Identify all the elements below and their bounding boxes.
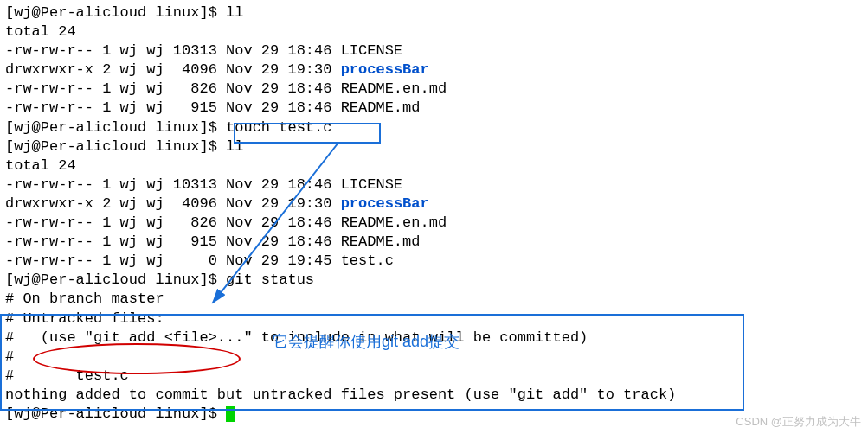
dir-name: processBar [341, 61, 429, 78]
total-line: total 24 [5, 156, 863, 176]
prompt-line: [wj@Per-alicloud linux]$ ll [5, 137, 863, 156]
prompt: [wj@Per-alicloud linux]$ [5, 405, 226, 422]
prompt: [wj@Per-alicloud linux]$ [5, 4, 226, 21]
command-ll: ll [226, 4, 243, 21]
status-hash: # [5, 348, 863, 367]
ls-row: -rw-rw-r-- 1 wj wj 826 Nov 29 18:46 READ… [5, 214, 863, 233]
ls-row: -rw-rw-r-- 1 wj wj 0 Nov 29 19:45 test.c [5, 252, 863, 271]
status-file: # test.c [5, 367, 863, 386]
ls-perms: drwxrwxr-x 2 wj wj 4096 Nov 29 19:30 [5, 195, 341, 212]
command-touch: touch test.c [226, 119, 331, 136]
status-summary: nothing added to commit but untracked fi… [5, 386, 863, 405]
command-git-status: git status [226, 271, 314, 288]
ls-row: -rw-rw-r-- 1 wj wj 915 Nov 29 18:46 READ… [5, 99, 863, 118]
ls-row: -rw-rw-r-- 1 wj wj 10313 Nov 29 18:46 LI… [5, 176, 863, 195]
prompt: [wj@Per-alicloud linux]$ [5, 138, 226, 155]
command-ll: ll [226, 138, 243, 155]
ls-row: -rw-rw-r-- 1 wj wj 10313 Nov 29 18:46 LI… [5, 41, 863, 61]
status-branch: # On branch master [5, 290, 863, 309]
ls-row: -rw-rw-r-- 1 wj wj 826 Nov 29 18:46 READ… [5, 80, 863, 99]
prompt-line[interactable]: [wj@Per-alicloud linux]$ [5, 405, 863, 424]
ls-perms: drwxrwxr-x 2 wj wj 4096 Nov 29 19:30 [5, 61, 341, 78]
prompt: [wj@Per-alicloud linux]$ [5, 271, 226, 288]
ls-row: drwxrwxr-x 2 wj wj 4096 Nov 29 19:30 pro… [5, 195, 863, 214]
total-line: total 24 [5, 22, 863, 41]
cursor-icon [226, 406, 235, 422]
prompt-line: [wj@Per-alicloud linux]$ git status [5, 271, 863, 290]
ls-row: -rw-rw-r-- 1 wj wj 915 Nov 29 18:46 READ… [5, 233, 863, 252]
status-untracked-header: # Untracked files: [5, 310, 863, 329]
ls-row: drwxrwxr-x 2 wj wj 4096 Nov 29 19:30 pro… [5, 61, 863, 80]
prompt-line: [wj@Per-alicloud linux]$ touch test.c [5, 118, 863, 137]
prompt-line: [wj@Per-alicloud linux]$ ll [5, 3, 863, 22]
prompt: [wj@Per-alicloud linux]$ [5, 119, 226, 136]
status-hint: # (use "git add <file>..." to include in… [5, 329, 863, 348]
terminal-output: [wj@Per-alicloud linux]$ ll total 24 -rw… [5, 3, 863, 424]
dir-name: processBar [341, 195, 429, 212]
